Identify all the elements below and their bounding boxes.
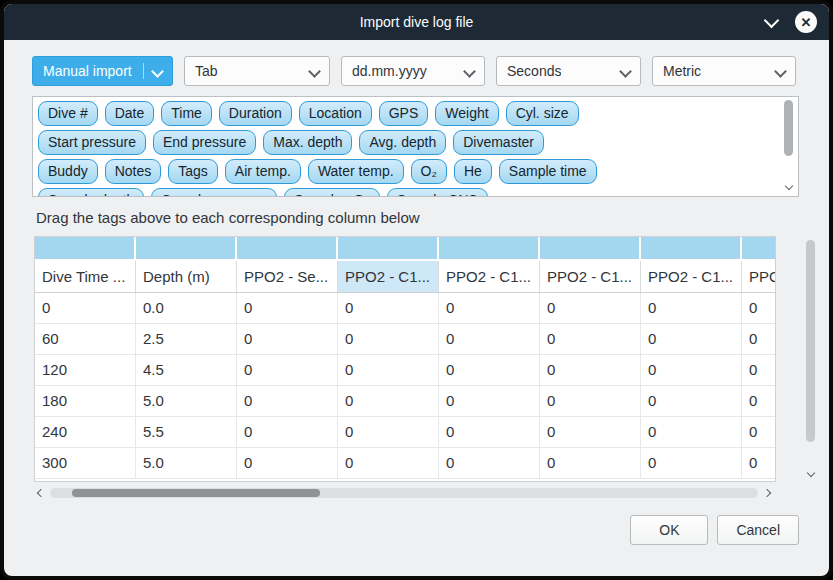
tag-max-depth[interactable]: Max. depth — [263, 130, 352, 155]
table-cell: 180 — [35, 386, 136, 416]
chevron-down-icon — [806, 468, 814, 476]
tag-water-temp[interactable]: Water temp. — [308, 159, 404, 184]
table-cell: 0 — [338, 324, 439, 354]
column-header: PPO2 - C1... — [338, 261, 439, 292]
titlebar-menu-button[interactable] — [761, 12, 781, 32]
close-button[interactable]: ✕ — [795, 11, 817, 33]
chevron-down-icon — [308, 65, 321, 78]
table-cell: 60 — [35, 324, 136, 354]
duration-format-select[interactable]: Seconds — [496, 56, 641, 86]
drop-target-cell[interactable] — [35, 237, 136, 261]
table-cell: 0 — [439, 355, 540, 385]
tag-buddy[interactable]: Buddy — [38, 159, 98, 184]
dropdown-separator — [300, 63, 301, 79]
drop-target-cell[interactable] — [136, 237, 237, 261]
table-zone: Dive Time ...Depth (m)PPO2 - Se...PPO2 -… — [34, 236, 799, 482]
table-cell: 0 — [237, 417, 338, 447]
tag-dive[interactable]: Dive # — [38, 101, 98, 126]
table-cell: 300 — [35, 448, 136, 478]
table-scrollbar[interactable] — [804, 238, 817, 480]
units-select[interactable]: Metric — [652, 56, 796, 86]
chevron-down-icon — [619, 65, 632, 78]
date-format-value: dd.mm.yyyy — [352, 63, 427, 79]
tag-date[interactable]: Date — [105, 101, 155, 126]
table-cell: 0 — [237, 324, 338, 354]
tag-cyl-size[interactable]: Cyl. size — [506, 101, 579, 126]
tag-divemaster[interactable]: Divemaster — [453, 130, 544, 155]
horizontal-scrollbar-track[interactable] — [50, 488, 758, 498]
tags-scroll-down-button[interactable] — [782, 180, 795, 193]
tag-duration[interactable]: Duration — [219, 101, 292, 126]
table-cell: 0 — [641, 386, 742, 416]
duration-format-value: Seconds — [507, 63, 561, 79]
table-scrollbar-thumb[interactable] — [806, 240, 815, 442]
tag-sample-depth[interactable]: Sample depth — [38, 188, 144, 197]
chevron-left-icon — [37, 489, 45, 497]
table-cell: 0 — [338, 417, 439, 447]
drop-target-cell[interactable] — [742, 237, 776, 261]
chevron-right-icon — [763, 489, 771, 497]
horizontal-scrollbar[interactable] — [34, 485, 774, 501]
drop-target-cell[interactable] — [540, 237, 641, 261]
table-cell: 0 — [742, 448, 776, 478]
table-cell: 0 — [237, 448, 338, 478]
table-cell: 0 — [540, 386, 641, 416]
table-cell: 0 — [439, 386, 540, 416]
table-cell: 0 — [540, 324, 641, 354]
date-format-select[interactable]: dd.mm.yyyy — [341, 56, 485, 86]
tag-start-pressure[interactable]: Start pressure — [38, 130, 146, 155]
table-cell: 0 — [540, 448, 641, 478]
table-scroll-down-button[interactable] — [804, 467, 817, 480]
tag-end-pressure[interactable]: End pressure — [153, 130, 256, 155]
column-header: PPO2 - Se... — [237, 261, 338, 292]
instruction-label: Drag the tags above to each correspondin… — [36, 209, 799, 226]
chevron-down-icon — [151, 65, 164, 78]
dropdown-separator — [611, 63, 612, 79]
table-cell: 0 — [641, 448, 742, 478]
table-cell: 0 — [742, 324, 776, 354]
tag-avg-depth[interactable]: Avg. depth — [359, 130, 446, 155]
drop-target-cell[interactable] — [439, 237, 540, 261]
table-cell: 0 — [237, 293, 338, 323]
table-cell: 0 — [338, 355, 439, 385]
tag-he[interactable]: He — [454, 159, 492, 184]
tag-sample-pressure[interactable]: Sample pressure — [151, 188, 277, 197]
table-cell: 0 — [540, 417, 641, 447]
tag-weight[interactable]: Weight — [435, 101, 498, 126]
column-header: PPO2 — [742, 261, 776, 292]
tag-sample-time[interactable]: Sample time — [499, 159, 597, 184]
tag-time[interactable]: Time — [161, 101, 212, 126]
tag-location[interactable]: Location — [299, 101, 372, 126]
table-cell: 5.0 — [136, 448, 237, 478]
tags-panel: Dive #DateTimeDurationLocationGPSWeightC… — [32, 96, 799, 197]
tag-row: Dive #DateTimeDurationLocationGPSWeightC… — [38, 101, 776, 126]
table-cell: 0 — [540, 293, 641, 323]
drop-target-cell[interactable] — [237, 237, 338, 261]
drop-target-cell[interactable] — [641, 237, 742, 261]
tags-scrollbar[interactable] — [782, 100, 795, 193]
drop-target-cell[interactable] — [338, 237, 439, 261]
cancel-button[interactable]: Cancel — [717, 515, 799, 545]
column-header: PPO2 - C1... — [439, 261, 540, 292]
tag-gps[interactable]: GPS — [379, 101, 429, 126]
scroll-right-button[interactable] — [760, 486, 774, 500]
tag-o[interactable]: O₂ — [411, 159, 447, 184]
dialog-buttons: OK Cancel — [32, 515, 799, 545]
tag-air-temp[interactable]: Air temp. — [225, 159, 301, 184]
import-mode-select[interactable]: Manual import — [32, 56, 173, 86]
table-cell: 0 — [540, 355, 641, 385]
import-dialog: Import dive log file ✕ Manual import Tab… — [0, 0, 833, 580]
field-separator-select[interactable]: Tab — [184, 56, 330, 86]
horizontal-scrollbar-thumb[interactable] — [72, 489, 320, 497]
tag-notes[interactable]: Notes — [105, 159, 162, 184]
scroll-left-button[interactable] — [34, 486, 48, 500]
ok-button[interactable]: OK — [630, 515, 708, 545]
tag-tags[interactable]: Tags — [168, 159, 218, 184]
table-cell: 4.5 — [136, 355, 237, 385]
tag-sample-cns[interactable]: Sample CNS — [387, 188, 488, 197]
dialog-content: Manual import Tab dd.mm.yyyy Seconds Met — [4, 40, 829, 557]
tag-sample-po[interactable]: Sample pO₂ — [284, 188, 379, 197]
tags-scrollbar-thumb[interactable] — [784, 100, 793, 156]
options-row: Manual import Tab dd.mm.yyyy Seconds Met — [32, 56, 799, 86]
table-cell: 0 — [439, 417, 540, 447]
